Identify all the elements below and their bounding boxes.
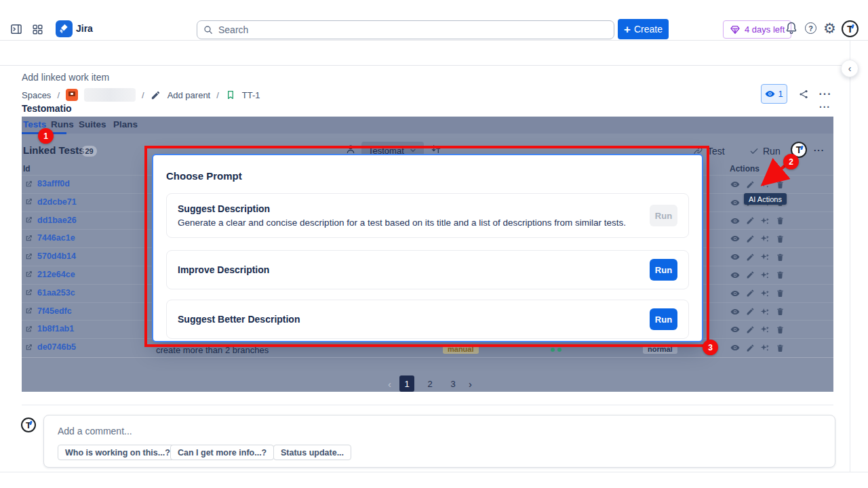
pagination-next-icon[interactable]: › bbox=[469, 378, 472, 390]
plus-icon: + bbox=[624, 24, 631, 35]
ai-sparkles-icon[interactable] bbox=[760, 180, 770, 189]
run-button[interactable]: Run bbox=[650, 308, 677, 330]
annotation-step-1: 1 bbox=[38, 128, 54, 144]
test-id-link[interactable]: d2dcbe71 bbox=[24, 197, 77, 207]
row-actions bbox=[730, 252, 785, 262]
delete-trash-icon[interactable] bbox=[775, 234, 785, 243]
widget-more-button[interactable]: ··· bbox=[819, 102, 831, 113]
test-id-link[interactable]: 1b8f1ab1 bbox=[24, 324, 74, 333]
space-name-redacted[interactable] bbox=[84, 88, 136, 102]
view-eye-icon[interactable] bbox=[730, 270, 740, 280]
test-id-link[interactable]: dd1bae26 bbox=[24, 216, 77, 225]
view-eye-icon[interactable] bbox=[730, 325, 740, 334]
help-icon[interactable]: ? bbox=[805, 22, 816, 34]
tab-plans[interactable]: Plans bbox=[113, 119, 138, 129]
app-switcher-grid-icon[interactable] bbox=[31, 23, 44, 36]
delete-trash-icon[interactable] bbox=[775, 343, 785, 352]
app-name[interactable]: Jira bbox=[76, 23, 93, 34]
settings-gear-icon[interactable]: ⚙ bbox=[823, 20, 836, 37]
tab-suites[interactable]: Suites bbox=[79, 119, 106, 129]
delete-trash-icon[interactable] bbox=[775, 216, 785, 226]
edit-pencil-icon[interactable] bbox=[745, 252, 755, 262]
external-link-icon bbox=[24, 197, 33, 206]
sidebar-toggle-icon[interactable] bbox=[9, 22, 23, 36]
breadcrumb-add-parent[interactable]: Add parent bbox=[167, 90, 211, 100]
delete-trash-icon[interactable] bbox=[775, 270, 785, 280]
quick-reply-chip[interactable]: Who is working on this...? bbox=[58, 445, 178, 460]
delete-trash-icon[interactable] bbox=[775, 180, 785, 189]
ai-sparkles-icon[interactable] bbox=[760, 234, 770, 243]
ai-sparkles-icon[interactable] bbox=[760, 270, 770, 280]
external-link-icon bbox=[24, 306, 33, 315]
quick-reply-chip[interactable]: Status update... bbox=[273, 445, 351, 460]
ai-sparkles-icon[interactable] bbox=[760, 343, 770, 352]
ai-sparkles-icon[interactable] bbox=[760, 289, 770, 298]
collapse-panel-button[interactable]: ‹ bbox=[841, 60, 859, 77]
edit-pencil-icon[interactable] bbox=[745, 343, 755, 352]
run-button[interactable]: Run bbox=[749, 142, 781, 160]
sync-icon[interactable] bbox=[431, 144, 441, 155]
test-id-link[interactable]: de0746b5 bbox=[24, 342, 76, 352]
linked-tests-label: Linked Tests bbox=[23, 144, 85, 156]
view-eye-icon[interactable] bbox=[730, 216, 740, 226]
run-button[interactable]: Run bbox=[650, 259, 677, 281]
share-button[interactable] bbox=[793, 84, 814, 104]
edit-pencil-icon[interactable] bbox=[745, 307, 755, 317]
quick-reply-chip[interactable]: Can I get more info...? bbox=[170, 445, 274, 460]
test-id-link[interactable]: 83afff0d bbox=[24, 179, 70, 188]
edit-pencil-icon[interactable] bbox=[745, 325, 755, 334]
view-eye-icon[interactable] bbox=[730, 307, 740, 317]
view-eye-icon[interactable] bbox=[730, 343, 740, 352]
edit-pencil-icon[interactable] bbox=[745, 289, 755, 298]
page-more-button[interactable]: ··· bbox=[815, 84, 835, 104]
create-button[interactable]: + Create bbox=[618, 19, 669, 39]
comment-box[interactable]: Add a comment... Who is working on this.… bbox=[43, 415, 835, 468]
test-id-link[interactable]: 212e64ce bbox=[24, 270, 75, 279]
search-bar[interactable] bbox=[197, 20, 614, 39]
prompt-card-suggest-better-description: Suggest Better Description Run bbox=[166, 300, 689, 339]
delete-trash-icon[interactable] bbox=[775, 307, 785, 317]
pagination-page-1[interactable]: 1 bbox=[399, 375, 414, 392]
pagination-page-2[interactable]: 2 bbox=[422, 375, 437, 392]
test-id-link[interactable]: 7446ac1e bbox=[24, 233, 75, 243]
edit-pencil-icon[interactable] bbox=[745, 216, 755, 226]
pagination-page-3[interactable]: 3 bbox=[446, 375, 460, 392]
ai-sparkles-icon[interactable] bbox=[760, 216, 770, 226]
breadcrumb-spaces[interactable]: Spaces bbox=[22, 90, 51, 100]
run-button-disabled[interactable]: Run bbox=[650, 205, 677, 226]
view-eye-icon[interactable] bbox=[730, 289, 740, 298]
delete-trash-icon[interactable] bbox=[775, 325, 785, 334]
view-eye-icon[interactable] bbox=[730, 180, 740, 189]
edit-pencil-icon[interactable] bbox=[745, 270, 755, 280]
tab-runs[interactable]: Runs bbox=[51, 119, 74, 129]
pagination-bar: ‹ 1 2 3 › bbox=[22, 357, 833, 392]
test-id-link[interactable]: 7f45edfc bbox=[24, 306, 72, 316]
test-id-link[interactable]: 570d4b14 bbox=[24, 251, 76, 261]
add-linked-work-item-label[interactable]: Add linked work item bbox=[22, 72, 109, 83]
user-avatar[interactable]: T bbox=[842, 20, 859, 37]
watchers-button[interactable]: 1 bbox=[761, 84, 787, 104]
breadcrumb-item[interactable]: TT-1 bbox=[242, 90, 260, 100]
space-icon[interactable] bbox=[66, 89, 78, 101]
edit-pencil-icon[interactable] bbox=[745, 180, 755, 189]
external-link-icon bbox=[24, 325, 33, 333]
user-icon[interactable] bbox=[345, 144, 356, 155]
comment-placeholder[interactable]: Add a comment... bbox=[58, 426, 132, 436]
delete-trash-icon[interactable] bbox=[775, 252, 785, 262]
panel-toolbar-more-button[interactable]: ··· bbox=[814, 145, 825, 155]
delete-trash-icon[interactable] bbox=[775, 289, 785, 298]
row-actions bbox=[730, 343, 785, 352]
test-id-link[interactable]: 61aa253c bbox=[24, 288, 75, 298]
ai-sparkles-icon[interactable] bbox=[760, 307, 770, 317]
ai-sparkles-icon[interactable] bbox=[760, 325, 770, 334]
jira-logo-icon[interactable] bbox=[56, 20, 73, 37]
view-eye-icon[interactable] bbox=[730, 252, 740, 262]
edit-pencil-icon[interactable] bbox=[745, 234, 755, 243]
notifications-bell-icon[interactable] bbox=[785, 21, 798, 35]
view-eye-icon[interactable] bbox=[730, 198, 740, 207]
ai-sparkles-icon[interactable] bbox=[760, 252, 770, 262]
search-input[interactable] bbox=[218, 24, 608, 35]
pagination-prev-icon[interactable]: ‹ bbox=[388, 378, 391, 390]
trial-days-badge[interactable]: 4 days left bbox=[723, 20, 791, 39]
view-eye-icon[interactable] bbox=[730, 234, 740, 243]
